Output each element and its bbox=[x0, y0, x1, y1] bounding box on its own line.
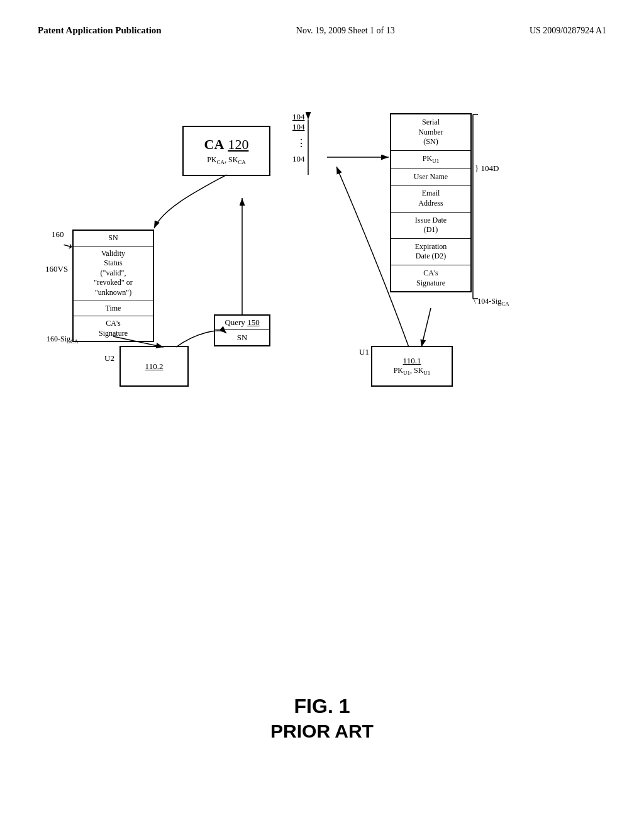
cert-label-mid: 104 bbox=[292, 154, 305, 164]
u1-number: 110.1 bbox=[403, 356, 421, 366]
label-u2: U2 bbox=[104, 353, 114, 363]
ocsp-response-box: SN ValidityStatus("valid","revoked" or"u… bbox=[72, 230, 154, 342]
label-160: 160 bbox=[52, 230, 64, 240]
cert-dots: ⋮ bbox=[296, 138, 306, 148]
u2-number: 110.2 bbox=[145, 362, 164, 372]
diagram-area: CA 120 PKCA, SKCA 104 104 ⋮ 104 SerialNu… bbox=[38, 107, 606, 629]
ca-title: CA bbox=[204, 136, 225, 153]
publication-label: Patent Application Publication bbox=[38, 25, 162, 36]
cert-label-top1: 104 bbox=[292, 112, 305, 122]
ca-number: 120 bbox=[228, 136, 248, 153]
u2-box: 110.2 bbox=[119, 346, 189, 387]
label-u1: U1 bbox=[359, 347, 369, 357]
cert-row-sn: SerialNumber(SN) bbox=[391, 114, 470, 151]
label-104d: } 104D bbox=[475, 163, 499, 174]
cert-row-pk: PKU1 bbox=[391, 151, 470, 169]
cert-label-top2: 104 bbox=[292, 122, 305, 132]
label-160vs: 160VS bbox=[45, 264, 68, 274]
u1-box: 110.1 PKU1, SKU1 bbox=[371, 346, 453, 387]
ca-keys: PKCA, SKCA bbox=[207, 155, 246, 165]
u1-keys: PKU1, SKU1 bbox=[394, 366, 431, 376]
ocsp-row-validity: ValidityStatus("valid","revoked" or"unkn… bbox=[74, 246, 153, 301]
ca-box: CA 120 PKCA, SKCA bbox=[182, 126, 270, 176]
query-title: Query 150 bbox=[215, 316, 269, 330]
label-104sigca: \ 104-SigCA bbox=[474, 297, 509, 307]
ocsp-row-time: Time bbox=[74, 301, 153, 317]
label-160sigca: 160-SigCA bbox=[47, 335, 79, 345]
date-sheet-label: Nov. 19, 2009 Sheet 1 of 13 bbox=[296, 26, 395, 36]
ocsp-row-casig: CA'sSignature bbox=[74, 316, 153, 341]
cert-row-email: EmailAddress bbox=[391, 185, 470, 212]
cert-row-username: User Name bbox=[391, 169, 470, 186]
figure-caption: FIG. 1 PRIOR ART bbox=[0, 695, 644, 742]
cert-row-issuedate: Issue Date(D1) bbox=[391, 213, 470, 239]
figure-title: FIG. 1 bbox=[0, 695, 644, 718]
patent-number-label: US 2009/0287924 A1 bbox=[530, 26, 606, 36]
page-header: Patent Application Publication Nov. 19, … bbox=[38, 25, 606, 36]
cert-row-expdate: ExpirationDate (D2) bbox=[391, 239, 470, 265]
query-box: Query 150 SN bbox=[214, 314, 270, 346]
figure-subtitle: PRIOR ART bbox=[0, 721, 644, 742]
query-sn: SN bbox=[215, 330, 269, 345]
cert-detail-box: SerialNumber(SN) PKU1 User Name EmailAdd… bbox=[390, 113, 472, 292]
cert-row-casig: CA'sSignature bbox=[391, 265, 470, 291]
ocsp-row-sn: SN bbox=[74, 231, 153, 246]
